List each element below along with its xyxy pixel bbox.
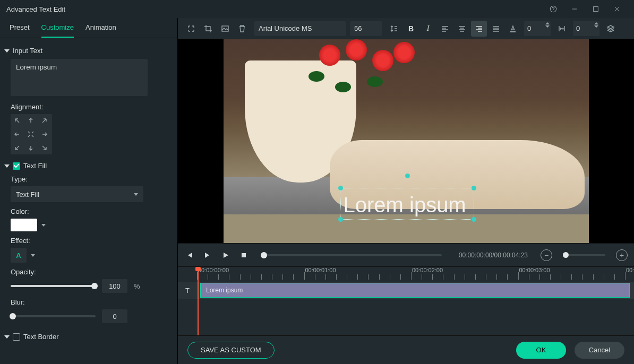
type-value: Text Fill [16, 190, 39, 198]
crop-icon[interactable] [200, 21, 216, 37]
disclosure-icon[interactable] [4, 335, 10, 339]
sidebar: Preset Customize Animation Input Text Al… [0, 18, 178, 364]
step-back-button[interactable] [184, 250, 195, 261]
blur-value[interactable]: 0 [102, 309, 127, 323]
zoom-slider[interactable] [563, 254, 605, 256]
opacity-value[interactable]: 100 [102, 279, 127, 293]
opacity-slider[interactable] [11, 285, 96, 287]
section-text-fill: Text Fill Type: Text Fill Color: Effect:… [0, 155, 177, 326]
bold-button[interactable]: B [403, 21, 419, 37]
alignment-label: Alignment: [11, 103, 168, 111]
playhead[interactable] [198, 267, 199, 335]
align-justify-button[interactable] [488, 21, 504, 37]
minimize-button[interactable] [564, 0, 585, 18]
opacity-unit: % [134, 282, 140, 290]
font-family-value: Arial Unicode MS [259, 24, 312, 32]
align-top[interactable] [24, 114, 37, 127]
track-type-icon: T [178, 282, 197, 299]
tracking-value: 0 [527, 24, 531, 32]
zoom-out-button[interactable]: − [541, 249, 552, 261]
play-button[interactable] [220, 250, 231, 261]
timecode: 00:00:00:00/00:00:04:23 [459, 252, 528, 259]
sidebar-scroll[interactable]: Input Text Alignment: [0, 38, 177, 364]
input-text-field[interactable] [11, 59, 148, 96]
disclosure-icon[interactable] [4, 49, 10, 53]
step-forward-button[interactable] [202, 250, 213, 261]
timeline-ruler[interactable]: 00:00:00:0000:00:01:0000:00:02:0000:00:0… [197, 267, 634, 282]
section-header: Text Border [23, 333, 58, 341]
zoom-in-button[interactable]: + [616, 249, 628, 261]
chevron-down-icon[interactable] [41, 224, 46, 227]
effect-label: Effect: [11, 237, 168, 245]
ruler-label: 00:00:03:00 [519, 267, 550, 273]
effect-preview[interactable]: A [11, 248, 27, 263]
svg-rect-3 [242, 253, 246, 257]
dialog-footer: SAVE AS CUSTOM OK Cancel [178, 335, 634, 364]
preview-area: Lorem ipsum [178, 39, 634, 243]
image-icon[interactable] [217, 21, 233, 37]
align-center-button[interactable] [454, 21, 470, 37]
transform-icon[interactable] [183, 21, 199, 37]
color-swatch[interactable] [11, 219, 37, 231]
tab-preset[interactable]: Preset [10, 23, 30, 38]
preview-canvas[interactable]: Lorem ipsum [224, 39, 589, 243]
close-button[interactable] [606, 0, 628, 18]
ruler-label: 00:00:00:00 [198, 267, 229, 273]
ruler-label: 00:00:02:00 [412, 267, 443, 273]
tab-animation[interactable]: Animation [85, 23, 116, 38]
track-body[interactable]: Lorem ipsum [197, 282, 634, 299]
blur-slider[interactable] [11, 315, 96, 317]
svg-rect-2 [222, 26, 228, 31]
align-right-button[interactable] [471, 21, 487, 37]
align-left[interactable] [11, 128, 23, 141]
align-bottom[interactable] [24, 142, 37, 154]
align-center[interactable] [24, 128, 37, 141]
maximize-button[interactable] [585, 0, 606, 18]
stop-button[interactable] [238, 250, 249, 261]
font-size-select[interactable]: 56 [350, 21, 382, 36]
save-as-custom-button[interactable]: SAVE AS CUSTOM [187, 342, 275, 359]
align-bottom-left[interactable] [11, 142, 23, 154]
ok-button[interactable]: OK [516, 342, 566, 359]
char-spacing-icon[interactable] [554, 21, 570, 37]
align-top-left[interactable] [11, 114, 23, 127]
line-spacing-icon[interactable] [386, 21, 402, 37]
text-clip[interactable]: Lorem ipsum [200, 283, 630, 298]
text-track: T Lorem ipsum [178, 282, 634, 299]
clip-label: Lorem ipsum [206, 287, 243, 294]
trash-icon[interactable] [234, 21, 250, 37]
align-right[interactable] [38, 128, 51, 141]
font-size-value: 56 [354, 24, 362, 32]
title-bar: Advanced Text Edit [0, 0, 634, 18]
window-title: Advanced Text Edit [6, 5, 65, 13]
chevron-down-icon [134, 193, 138, 196]
align-top-right[interactable] [38, 114, 51, 127]
section-text-border: Text Border [0, 326, 177, 341]
opacity-label: Opacity: [11, 268, 168, 276]
tab-customize[interactable]: Customize [41, 23, 74, 38]
align-left-button[interactable] [437, 21, 453, 37]
italic-button[interactable]: I [420, 21, 436, 37]
ruler-label: 00:00:01:00 [305, 267, 336, 273]
text-border-checkbox[interactable] [13, 333, 20, 341]
playback-progress[interactable] [261, 254, 442, 256]
ruler-label: 00:00:04:00 [626, 267, 634, 273]
font-family-select[interactable]: Arial Unicode MS [254, 21, 346, 36]
sidebar-tabs: Preset Customize Animation [0, 18, 177, 38]
leading-spinner[interactable]: 0 [573, 21, 599, 36]
chevron-down-icon[interactable] [31, 254, 35, 257]
text-fill-checkbox[interactable] [13, 162, 20, 170]
timeline: 00:00:00:0000:00:01:0000:00:02:0000:00:0… [178, 266, 634, 335]
layers-icon[interactable] [603, 21, 619, 37]
main: Arial Unicode MS 56 B I 0 0 [178, 18, 634, 364]
type-select[interactable]: Text Fill [11, 186, 143, 202]
align-bottom-right[interactable] [38, 142, 51, 154]
section-header: Input Text [13, 47, 42, 55]
tracking-spinner[interactable]: 0 [524, 21, 551, 36]
help-icon[interactable] [543, 0, 564, 18]
disclosure-icon[interactable] [4, 164, 10, 168]
preview-text[interactable]: Lorem ipsum [344, 193, 466, 217]
type-label: Type: [11, 175, 168, 183]
cancel-button[interactable]: Cancel [575, 342, 624, 359]
text-color-icon[interactable] [505, 21, 521, 37]
